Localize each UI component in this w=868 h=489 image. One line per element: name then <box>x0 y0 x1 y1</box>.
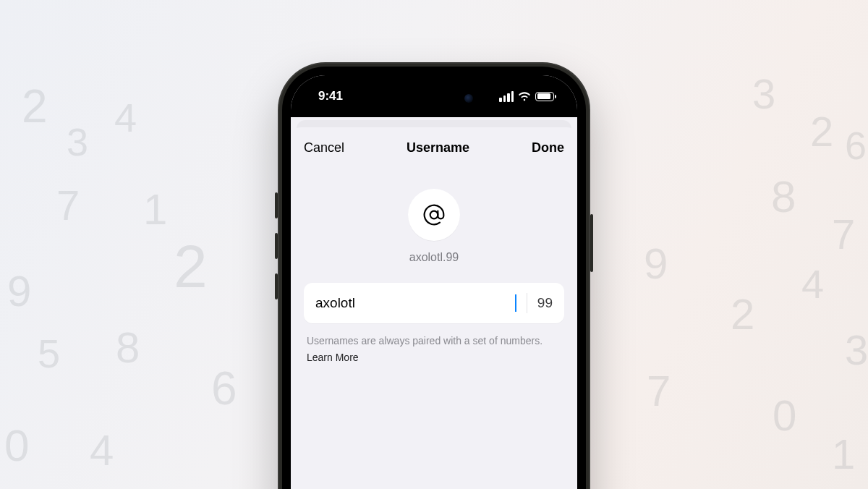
status-time: 9:41 <box>318 89 343 103</box>
phone-screen: 9:41 Cancel Username Done axolo <box>291 75 577 489</box>
bg-digit: 5 <box>38 330 60 377</box>
phone-bezel: 9:41 Cancel Username Done axolo <box>282 67 586 489</box>
bg-digit: 8 <box>771 171 796 222</box>
bg-digit: 6 <box>845 123 867 168</box>
learn-more-link[interactable]: Learn More <box>307 350 561 365</box>
bg-digit: 2 <box>174 231 208 302</box>
bg-digit: 7 <box>832 210 855 258</box>
bg-digit: 0 <box>773 391 796 441</box>
hint-text: Usernames are always paired with a set o… <box>304 333 564 365</box>
bg-digit: 3 <box>67 119 88 164</box>
hint-body: Usernames are always paired with a set o… <box>307 335 542 346</box>
bg-digit: 7 <box>56 181 80 229</box>
bg-digit: 0 <box>4 420 29 471</box>
bg-digit: 4 <box>801 260 824 307</box>
wifi-icon <box>518 91 531 101</box>
bg-digit: 9 <box>7 266 31 316</box>
bg-digit: 4 <box>90 425 114 475</box>
bg-digit: 7 <box>647 366 671 416</box>
sheet-title: Username <box>407 140 469 156</box>
cellular-icon <box>499 91 514 102</box>
bg-digit: 1 <box>143 184 167 234</box>
cancel-button[interactable]: Cancel <box>304 140 344 156</box>
bg-digit: 2 <box>731 289 754 339</box>
username-preview: axolotl.99 <box>304 251 564 264</box>
svg-point-0 <box>430 211 438 219</box>
phone-frame: 9:41 Cancel Username Done axolo <box>278 62 590 489</box>
username-suffix: 99 <box>537 295 553 311</box>
bg-digit: 2 <box>22 80 48 133</box>
at-sign-avatar <box>408 189 460 241</box>
bg-digit: 4 <box>114 94 137 141</box>
bg-digit: 3 <box>752 69 775 118</box>
dynamic-island <box>388 85 480 111</box>
bg-digit: 9 <box>644 239 668 289</box>
battery-icon <box>535 92 554 101</box>
bg-digit: 8 <box>116 323 140 373</box>
sheet-header: Cancel Username Done <box>304 140 564 156</box>
bg-digit: 1 <box>832 430 855 478</box>
bg-digit: 6 <box>211 362 237 415</box>
text-caret <box>515 294 516 312</box>
bg-digit: 2 <box>810 107 833 156</box>
input-divider <box>527 293 527 313</box>
at-sign-icon <box>422 203 446 226</box>
done-button[interactable]: Done <box>532 140 564 156</box>
username-sheet: Cancel Username Done axolotl.99 99 Usern… <box>291 127 577 489</box>
status-indicators <box>499 91 554 102</box>
bg-digit: 3 <box>845 326 868 374</box>
username-input[interactable] <box>315 295 516 311</box>
username-input-row[interactable]: 99 <box>304 283 564 323</box>
